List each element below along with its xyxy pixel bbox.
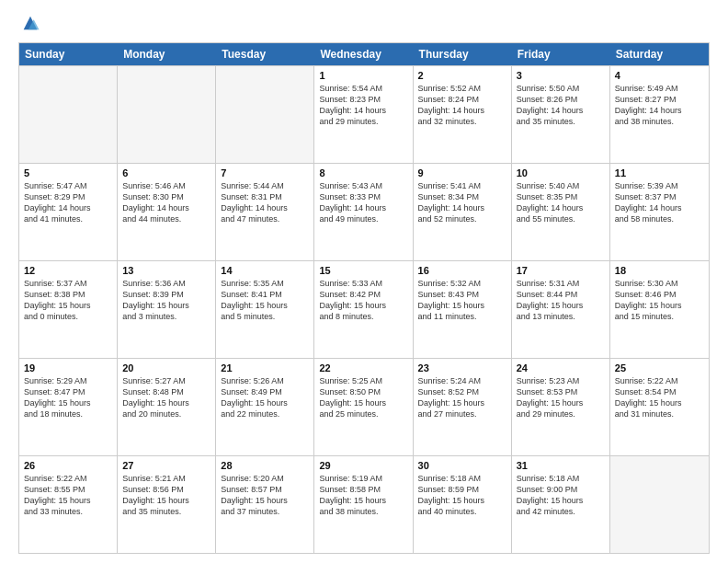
calendar-cell: 6Sunrise: 5:46 AM Sunset: 8:30 PM Daylig… bbox=[118, 164, 216, 260]
calendar-cell: 27Sunrise: 5:21 AM Sunset: 8:56 PM Dayli… bbox=[118, 456, 216, 553]
day-number: 4 bbox=[615, 70, 704, 81]
cell-text: Sunrise: 5:49 AM Sunset: 8:27 PM Dayligh… bbox=[615, 83, 704, 128]
cell-text: Sunrise: 5:44 AM Sunset: 8:31 PM Dayligh… bbox=[221, 180, 309, 225]
cell-text: Sunrise: 5:43 AM Sunset: 8:33 PM Dayligh… bbox=[319, 180, 407, 225]
cell-text: Sunrise: 5:37 AM Sunset: 8:38 PM Dayligh… bbox=[24, 278, 112, 323]
logo bbox=[18, 15, 40, 33]
day-number: 10 bbox=[517, 167, 605, 178]
calendar-header: SundayMondayTuesdayWednesdayThursdayFrid… bbox=[19, 43, 709, 65]
day-number: 29 bbox=[319, 460, 407, 471]
calendar-cell: 28Sunrise: 5:20 AM Sunset: 8:57 PM Dayli… bbox=[216, 456, 314, 553]
calendar-cell bbox=[118, 66, 216, 163]
day-number: 18 bbox=[615, 265, 704, 276]
calendar-cell: 20Sunrise: 5:27 AM Sunset: 8:48 PM Dayli… bbox=[118, 359, 216, 455]
day-number: 1 bbox=[319, 70, 407, 81]
calendar-cell: 22Sunrise: 5:25 AM Sunset: 8:50 PM Dayli… bbox=[314, 359, 413, 455]
cell-text: Sunrise: 5:41 AM Sunset: 8:34 PM Dayligh… bbox=[418, 180, 506, 225]
calendar-cell: 8Sunrise: 5:43 AM Sunset: 8:33 PM Daylig… bbox=[314, 164, 413, 260]
calendar-cell: 1Sunrise: 5:54 AM Sunset: 8:23 PM Daylig… bbox=[314, 66, 413, 163]
day-number: 22 bbox=[319, 362, 407, 373]
calendar-cell: 7Sunrise: 5:44 AM Sunset: 8:31 PM Daylig… bbox=[216, 164, 314, 260]
day-number: 6 bbox=[122, 167, 210, 178]
calendar-cell: 11Sunrise: 5:39 AM Sunset: 8:37 PM Dayli… bbox=[610, 164, 709, 260]
calendar-cell: 26Sunrise: 5:22 AM Sunset: 8:55 PM Dayli… bbox=[19, 456, 118, 553]
cell-text: Sunrise: 5:20 AM Sunset: 8:57 PM Dayligh… bbox=[221, 473, 309, 518]
weekday-header: Monday bbox=[118, 43, 216, 65]
cell-text: Sunrise: 5:31 AM Sunset: 8:44 PM Dayligh… bbox=[517, 278, 605, 323]
cell-text: Sunrise: 5:18 AM Sunset: 8:59 PM Dayligh… bbox=[418, 473, 506, 518]
calendar-cell: 29Sunrise: 5:19 AM Sunset: 8:58 PM Dayli… bbox=[314, 456, 413, 553]
cell-text: Sunrise: 5:46 AM Sunset: 8:30 PM Dayligh… bbox=[122, 180, 210, 225]
calendar-cell: 13Sunrise: 5:36 AM Sunset: 8:39 PM Dayli… bbox=[118, 261, 216, 358]
day-number: 5 bbox=[24, 167, 112, 178]
day-number: 16 bbox=[418, 265, 506, 276]
cell-text: Sunrise: 5:54 AM Sunset: 8:23 PM Dayligh… bbox=[319, 83, 407, 128]
calendar-cell: 19Sunrise: 5:29 AM Sunset: 8:47 PM Dayli… bbox=[19, 359, 118, 455]
day-number: 20 bbox=[122, 362, 210, 373]
calendar-body: 1Sunrise: 5:54 AM Sunset: 8:23 PM Daylig… bbox=[19, 65, 709, 553]
day-number: 31 bbox=[517, 460, 605, 471]
day-number: 30 bbox=[418, 460, 506, 471]
cell-text: Sunrise: 5:50 AM Sunset: 8:26 PM Dayligh… bbox=[517, 83, 605, 128]
day-number: 7 bbox=[221, 167, 309, 178]
day-number: 24 bbox=[517, 362, 605, 373]
calendar-row: 19Sunrise: 5:29 AM Sunset: 8:47 PM Dayli… bbox=[19, 358, 709, 455]
calendar-cell bbox=[610, 456, 709, 553]
cell-text: Sunrise: 5:25 AM Sunset: 8:50 PM Dayligh… bbox=[319, 375, 407, 420]
cell-text: Sunrise: 5:36 AM Sunset: 8:39 PM Dayligh… bbox=[122, 278, 210, 323]
day-number: 26 bbox=[24, 460, 112, 471]
cell-text: Sunrise: 5:23 AM Sunset: 8:53 PM Dayligh… bbox=[517, 375, 605, 420]
day-number: 27 bbox=[122, 460, 210, 471]
day-number: 19 bbox=[24, 362, 112, 373]
calendar-row: 26Sunrise: 5:22 AM Sunset: 8:55 PM Dayli… bbox=[19, 455, 709, 553]
weekday-header: Saturday bbox=[610, 43, 709, 65]
cell-text: Sunrise: 5:29 AM Sunset: 8:47 PM Dayligh… bbox=[24, 375, 112, 420]
day-number: 17 bbox=[517, 265, 605, 276]
calendar-cell: 24Sunrise: 5:23 AM Sunset: 8:53 PM Dayli… bbox=[512, 359, 610, 455]
calendar-cell: 12Sunrise: 5:37 AM Sunset: 8:38 PM Dayli… bbox=[19, 261, 118, 358]
weekday-header: Thursday bbox=[414, 43, 512, 65]
calendar-row: 12Sunrise: 5:37 AM Sunset: 8:38 PM Dayli… bbox=[19, 260, 709, 358]
calendar-cell: 4Sunrise: 5:49 AM Sunset: 8:27 PM Daylig… bbox=[610, 66, 709, 163]
day-number: 3 bbox=[517, 70, 605, 81]
calendar-cell: 9Sunrise: 5:41 AM Sunset: 8:34 PM Daylig… bbox=[414, 164, 512, 260]
calendar-cell: 18Sunrise: 5:30 AM Sunset: 8:46 PM Dayli… bbox=[610, 261, 709, 358]
day-number: 12 bbox=[24, 265, 112, 276]
calendar-cell bbox=[216, 66, 314, 163]
calendar-cell: 21Sunrise: 5:26 AM Sunset: 8:49 PM Dayli… bbox=[216, 359, 314, 455]
cell-text: Sunrise: 5:18 AM Sunset: 9:00 PM Dayligh… bbox=[517, 473, 605, 518]
weekday-header: Wednesday bbox=[314, 43, 413, 65]
day-number: 13 bbox=[122, 265, 210, 276]
weekday-header: Sunday bbox=[19, 43, 118, 65]
day-number: 21 bbox=[221, 362, 309, 373]
day-number: 28 bbox=[221, 460, 309, 471]
calendar-cell: 31Sunrise: 5:18 AM Sunset: 9:00 PM Dayli… bbox=[512, 456, 610, 553]
calendar-cell: 2Sunrise: 5:52 AM Sunset: 8:24 PM Daylig… bbox=[414, 66, 512, 163]
cell-text: Sunrise: 5:22 AM Sunset: 8:54 PM Dayligh… bbox=[615, 375, 704, 420]
day-number: 23 bbox=[418, 362, 506, 373]
day-number: 15 bbox=[319, 265, 407, 276]
day-number: 14 bbox=[221, 265, 309, 276]
logo-icon bbox=[20, 13, 40, 33]
calendar-cell: 10Sunrise: 5:40 AM Sunset: 8:35 PM Dayli… bbox=[512, 164, 610, 260]
cell-text: Sunrise: 5:47 AM Sunset: 8:29 PM Dayligh… bbox=[24, 180, 112, 225]
cell-text: Sunrise: 5:40 AM Sunset: 8:35 PM Dayligh… bbox=[517, 180, 605, 225]
calendar-cell: 25Sunrise: 5:22 AM Sunset: 8:54 PM Dayli… bbox=[610, 359, 709, 455]
calendar-row: 5Sunrise: 5:47 AM Sunset: 8:29 PM Daylig… bbox=[19, 163, 709, 260]
calendar-cell: 16Sunrise: 5:32 AM Sunset: 8:43 PM Dayli… bbox=[414, 261, 512, 358]
day-number: 11 bbox=[615, 167, 704, 178]
cell-text: Sunrise: 5:24 AM Sunset: 8:52 PM Dayligh… bbox=[418, 375, 506, 420]
cell-text: Sunrise: 5:19 AM Sunset: 8:58 PM Dayligh… bbox=[319, 473, 407, 518]
calendar-cell: 5Sunrise: 5:47 AM Sunset: 8:29 PM Daylig… bbox=[19, 164, 118, 260]
calendar-row: 1Sunrise: 5:54 AM Sunset: 8:23 PM Daylig… bbox=[19, 65, 709, 163]
cell-text: Sunrise: 5:39 AM Sunset: 8:37 PM Dayligh… bbox=[615, 180, 704, 225]
cell-text: Sunrise: 5:30 AM Sunset: 8:46 PM Dayligh… bbox=[615, 278, 704, 323]
cell-text: Sunrise: 5:21 AM Sunset: 8:56 PM Dayligh… bbox=[122, 473, 210, 518]
calendar-cell: 23Sunrise: 5:24 AM Sunset: 8:52 PM Dayli… bbox=[414, 359, 512, 455]
day-number: 25 bbox=[615, 362, 704, 373]
day-number: 2 bbox=[418, 70, 506, 81]
calendar: SundayMondayTuesdayWednesdayThursdayFrid… bbox=[18, 42, 710, 554]
weekday-header: Tuesday bbox=[216, 43, 314, 65]
cell-text: Sunrise: 5:35 AM Sunset: 8:41 PM Dayligh… bbox=[221, 278, 309, 323]
header bbox=[18, 15, 710, 33]
